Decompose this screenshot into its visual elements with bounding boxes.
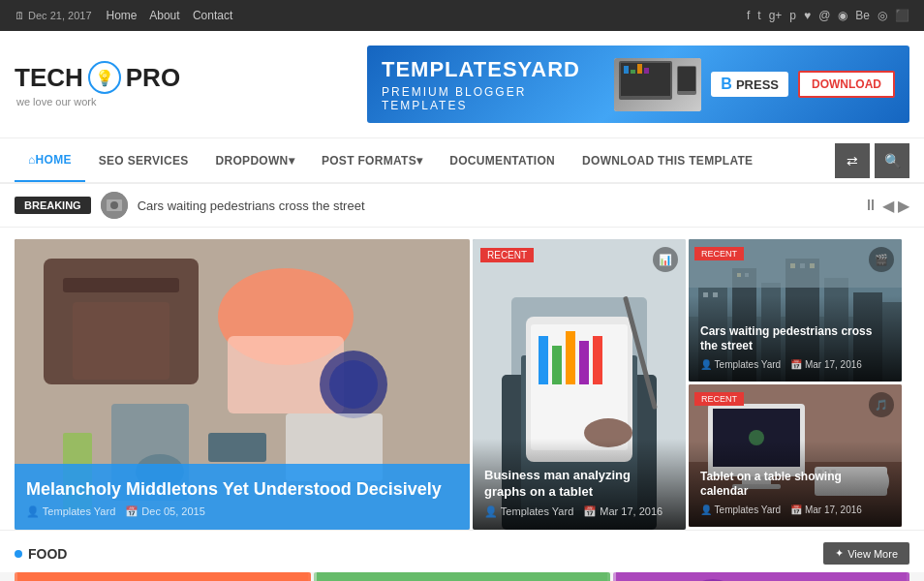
view-more-label: View More	[847, 548, 898, 560]
svg-rect-34	[593, 336, 602, 384]
svg-rect-32	[566, 331, 575, 384]
topbar-nav-home[interactable]: Home	[107, 9, 138, 22]
svg-rect-14	[73, 302, 169, 380]
social-facebook[interactable]: f	[747, 9, 750, 22]
post-large[interactable]: Melancholy Middletons Yet Understood Dec…	[15, 239, 470, 530]
pause-icon[interactable]: ⏸	[863, 197, 878, 214]
post-large-meta: 👤 Templates Yard 📅 Dec 05, 2015	[26, 505, 458, 518]
logo: TECH 💡 PRO we love our work	[15, 61, 180, 107]
social-instagram[interactable]: ◎	[878, 9, 887, 22]
post-small-city-overlay: Cars waiting pedestrians cross the stree…	[689, 295, 902, 382]
post-small-desk-title: Tablet on a table showing calendar	[700, 470, 890, 500]
prev-icon[interactable]: ◀	[882, 197, 894, 215]
breaking-badge: BREAKING	[15, 197, 91, 214]
food-item-1[interactable]	[15, 572, 311, 581]
post-small-city-author: 👤 Templates Yard	[700, 359, 781, 370]
logo-part2: PRO	[126, 63, 180, 93]
nav-dropdown[interactable]: DROPDOWN	[202, 138, 308, 182]
social-rss[interactable]: ◉	[838, 9, 847, 22]
breaking-news-bar: BREAKING Cars waiting pedestrians cross …	[0, 184, 924, 228]
post-medium-date: 📅 Mar 17, 2016	[583, 505, 662, 518]
post-small-city-tag: RECENT	[694, 245, 744, 264]
topbar-nav-about[interactable]: About	[149, 9, 179, 22]
nav-post-formats[interactable]: POST FORMATS	[308, 138, 436, 182]
recent-tag-city: RECENT	[694, 247, 744, 260]
social-google[interactable]: g+	[769, 9, 783, 22]
topbar-nav-contact[interactable]: Contact	[193, 9, 232, 22]
search-button[interactable]: 🔍	[875, 143, 909, 178]
svg-rect-74	[317, 572, 607, 581]
view-more-button[interactable]: ✦ View More	[823, 542, 909, 565]
topbar-left: Dec 21, 2017 Home About Contact	[15, 9, 232, 22]
food-grid	[0, 572, 924, 581]
logo-text: TECH 💡 PRO	[15, 61, 180, 94]
post-medium[interactable]: RECENT 📊 Business man analyzing graphs o…	[473, 239, 686, 530]
banner-right: B PRESS DOWNLOAD	[614, 58, 895, 111]
social-behance[interactable]: Be	[855, 9, 870, 22]
social-heart[interactable]: ♥	[804, 9, 811, 22]
topbar-social: f t g+ p ♥ @ ◉ Be ◎ ⬛	[747, 9, 909, 22]
svg-point-18	[329, 360, 378, 409]
svg-rect-7	[644, 68, 649, 74]
banner-download-btn[interactable]: DOWNLOAD	[798, 71, 895, 98]
svg-rect-13	[63, 278, 179, 292]
nav-seo-services[interactable]: SEO SERVICES	[85, 138, 202, 182]
post-large-overlay: Melancholy Middletons Yet Understood Dec…	[15, 464, 470, 530]
post-large-title: Melancholy Middletons Yet Understood Dec…	[26, 478, 458, 501]
breaking-text: Cars waiting pedestrians cross the stree…	[138, 199, 365, 213]
food-item-2[interactable]	[314, 572, 610, 581]
food-section-title: FOOD	[15, 546, 67, 562]
nav-documentation[interactable]: DOCUMENTATION	[436, 138, 569, 182]
svg-rect-33	[579, 341, 589, 384]
post-large-date: 📅 Dec 05, 2015	[125, 505, 205, 518]
post-medium-title: Business man analyzing graphs on a table…	[484, 468, 674, 501]
social-extra[interactable]: ⬛	[895, 9, 909, 22]
post-small-desk[interactable]: RECENT 🎵 Tablet on a table showing calen…	[689, 384, 902, 527]
post-medium-recent-tag: RECENT	[480, 247, 534, 266]
post-small-desk-author: 👤 Templates Yard	[700, 505, 781, 515]
navbar: HOME SEO SERVICES DROPDOWN POST FORMATS …	[0, 138, 924, 184]
recent-tag-desk: RECENT	[694, 392, 744, 406]
press-label: PRESS	[736, 77, 779, 92]
next-icon[interactable]: ▶	[898, 197, 909, 215]
banner-press-logo: B PRESS	[711, 72, 788, 97]
svg-rect-4	[624, 66, 629, 74]
post-small-desk-icon: 🎵	[869, 392, 894, 417]
press-b-icon: B	[721, 76, 732, 93]
topbar: Dec 21, 2017 Home About Contact f t g+ p…	[0, 0, 924, 31]
logo-bulb-icon: 💡	[88, 61, 121, 94]
post-large-author: 👤 Templates Yard	[26, 505, 115, 518]
social-pinterest[interactable]: p	[789, 9, 796, 22]
social-twitter[interactable]: t	[757, 9, 760, 22]
breaking-controls: ⏸ ◀ ▶	[863, 197, 909, 215]
post-medium-overlay: Business man analyzing graphs on a table…	[473, 439, 686, 530]
nav-menu: HOME SEO SERVICES DROPDOWN POST FORMATS …	[15, 138, 766, 182]
post-small-desk-overlay: Tablet on a table showing calendar 👤 Tem…	[689, 441, 902, 527]
banner-device-image	[614, 58, 701, 111]
view-more-icon: ✦	[835, 547, 844, 560]
logo-tagline: we love our work	[16, 96, 180, 107]
small-posts-col: RECENT 🎬 Cars waiting pedestrians cross …	[689, 239, 902, 530]
post-small-city-title: Cars waiting pedestrians cross the stree…	[700, 324, 890, 354]
breaking-thumbnail	[101, 192, 128, 219]
social-at[interactable]: @	[818, 9, 830, 22]
post-small-city-date: 📅 Mar 17, 2016	[790, 359, 862, 370]
svg-point-10	[110, 201, 118, 209]
nav-download-template[interactable]: DOWNLOAD THIS TEMPLATE	[569, 138, 766, 182]
svg-rect-31	[552, 346, 562, 384]
shuffle-button[interactable]: ⇄	[835, 143, 870, 178]
svg-rect-79	[616, 572, 907, 581]
nav-home[interactable]: HOME	[15, 138, 85, 182]
svg-rect-6	[637, 64, 642, 74]
recent-tag: RECENT	[480, 248, 534, 262]
post-small-city[interactable]: RECENT 🎬 Cars waiting pedestrians cross …	[689, 239, 902, 382]
post-medium-author: 👤 Templates Yard	[484, 505, 573, 518]
food-title-label: FOOD	[28, 546, 67, 562]
header: TECH 💡 PRO we love our work TEMPLATESYAR…	[0, 31, 924, 138]
topbar-nav: Home About Contact	[107, 9, 233, 22]
post-small-desk-tag: RECENT	[694, 390, 744, 410]
food-item-3[interactable]	[613, 572, 909, 581]
logo-part1: TECH	[15, 63, 83, 93]
header-banner[interactable]: TEMPLATESYARD PREMIUM BLOGGER TEMPLATES …	[367, 46, 909, 123]
post-medium-meta: 👤 Templates Yard 📅 Mar 17, 2016	[484, 505, 674, 518]
